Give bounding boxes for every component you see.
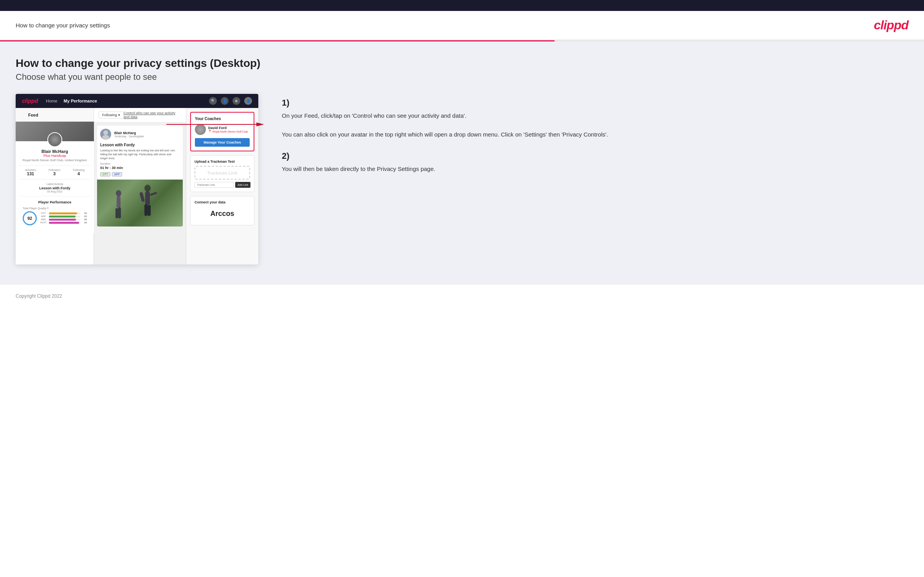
arccos-logo: Arccos <box>195 207 250 221</box>
app-screenshot: clippd Home My Performance 🔍 👤 ⊕ 👤 <box>16 94 258 264</box>
following-button[interactable]: Following ▾ <box>99 111 124 119</box>
profile-info: Blair McHarg Plus Handicap Royal North D… <box>16 141 94 233</box>
header: How to change your privacy settings clip… <box>0 11 924 40</box>
post-author-info: Blair McHarg Yesterday · Sunningdale <box>114 131 144 138</box>
profile-handicap: Plus Handicap <box>19 154 91 158</box>
main-content: How to change your privacy settings (Des… <box>0 41 924 284</box>
tag-app: APP <box>112 172 122 176</box>
instruction-1-text: On your Feed, click/tap on 'Control who … <box>282 111 908 139</box>
trackman-placeholder: Trackman Link <box>195 166 250 180</box>
feed-area: Following ▾ Control who can see your act… <box>94 108 186 264</box>
trackman-section: Upload a Trackman Test Trackman Link Add… <box>190 155 254 192</box>
feed-header: Following ▾ Control who can see your act… <box>94 108 186 122</box>
trackman-input-row: Add Link <box>195 182 250 188</box>
trackman-title: Upload a Trackman Test <box>195 160 250 164</box>
tag-ott: OTT <box>100 172 110 176</box>
instruction-2: 2) You will then be taken directly to th… <box>282 151 908 174</box>
post-title: Lesson with Fordy <box>97 143 183 149</box>
instruction-2-text: You will then be taken directly to the P… <box>282 164 908 174</box>
avatar-icon[interactable]: 👤 <box>244 97 252 105</box>
trackman-input[interactable] <box>195 182 234 188</box>
app-right-sidebar: Your Coaches David Ford 📍 Royal North De… <box>186 108 258 264</box>
svg-rect-7 <box>148 205 151 216</box>
instruction-1-number: 1) <box>282 98 908 108</box>
content-area: clippd Home My Performance 🔍 👤 ⊕ 👤 <box>16 94 908 264</box>
svg-rect-5 <box>150 192 157 196</box>
post-avatar <box>100 129 111 140</box>
bar-ott: OTT 90 <box>39 212 87 214</box>
app-nav-links: Home My Performance <box>46 99 201 103</box>
post-tags: OTT APP <box>97 172 183 180</box>
svg-point-8 <box>116 190 121 196</box>
header-title: How to change your privacy settings <box>16 22 110 29</box>
connect-title: Connect your data <box>195 200 250 204</box>
coaches-section: Your Coaches David Ford 📍 Royal North De… <box>190 112 254 151</box>
quality-score: 92 <box>23 211 37 225</box>
feed-tab[interactable]: Feed <box>22 110 45 120</box>
svg-rect-4 <box>139 192 145 202</box>
stat-following: Following 4 <box>73 169 85 176</box>
app-screenshot-wrapper: clippd Home My Performance 🔍 👤 ⊕ 👤 <box>16 94 258 264</box>
location-icon: 📍 <box>208 130 212 133</box>
quality-label: Total Player Quality ℹ <box>23 207 87 210</box>
performance-card: Player Performance Total Player Quality … <box>19 196 91 229</box>
search-icon[interactable]: 🔍 <box>209 97 217 105</box>
app-logo: clippd <box>22 98 38 104</box>
app-navbar: clippd Home My Performance 🔍 👤 ⊕ 👤 <box>16 94 258 108</box>
post-description: Looking to feel like my hands are exitin… <box>97 149 183 162</box>
chevron-down-icon: ▾ <box>118 113 120 117</box>
app-body: Feed Blair McHarg Plus Handica <box>16 108 258 264</box>
coaches-title: Your Coaches <box>195 117 250 121</box>
post-header: Blair McHarg Yesterday · Sunningdale <box>97 126 183 143</box>
svg-rect-9 <box>117 196 121 208</box>
stat-followers: Followers 3 <box>49 169 60 176</box>
page-heading: How to change your privacy settings (Des… <box>16 57 908 82</box>
performance-bars: OTT 90 APP 85 <box>39 212 87 225</box>
footer-text: Copyright Clippd 2022 <box>16 293 62 299</box>
user-icon[interactable]: 👤 <box>221 97 229 105</box>
stat-activities: Activities 131 <box>25 169 36 176</box>
nav-my-performance[interactable]: My Performance <box>64 99 97 103</box>
bar-arg: ARG 86 <box>39 218 87 221</box>
control-privacy-link[interactable]: Control who can see your activity and da… <box>124 111 181 119</box>
page-subtitle: Choose what you want people to see <box>16 72 908 82</box>
instructions-panel: 1) On your Feed, click/tap on 'Control w… <box>274 94 908 185</box>
top-bar <box>0 0 924 11</box>
profile-club: Royal North Devon Golf Club, United King… <box>19 158 91 162</box>
coach-row: David Ford 📍 Royal North Devon Golf Club <box>195 124 250 135</box>
manage-coaches-button[interactable]: Manage Your Coaches <box>195 138 250 147</box>
clippd-logo: clippd <box>874 18 908 32</box>
app-sidebar: Feed <box>16 108 94 122</box>
app-nav-icons: 🔍 👤 ⊕ 👤 <box>209 97 252 105</box>
post-image <box>97 180 183 226</box>
info-icon: ℹ <box>47 207 49 210</box>
add-link-button[interactable]: Add Link <box>235 182 250 188</box>
svg-rect-3 <box>145 191 150 205</box>
bar-app: APP 85 <box>39 215 87 217</box>
svg-point-2 <box>144 185 151 192</box>
post-card: Blair McHarg Yesterday · Sunningdale Les… <box>97 126 183 226</box>
plus-icon[interactable]: ⊕ <box>232 97 240 105</box>
profile-name: Blair McHarg <box>19 149 91 154</box>
profile-card: Blair McHarg Plus Handicap Royal North D… <box>16 122 94 233</box>
profile-banner <box>16 122 94 141</box>
nav-home[interactable]: Home <box>46 99 57 103</box>
svg-rect-6 <box>144 204 148 216</box>
instruction-1: 1) On your Feed, click/tap on 'Control w… <box>282 98 908 139</box>
post-duration: Duration 01 hr : 30 min <box>97 162 183 172</box>
profile-stats: Activities 131 Followers 3 Following <box>19 165 91 176</box>
bar-putt: PUTT 96 <box>39 221 87 224</box>
svg-point-0 <box>103 130 108 135</box>
svg-rect-10 <box>118 207 121 218</box>
coach-info: David Ford 📍 Royal North Devon Golf Club <box>208 126 248 133</box>
footer: Copyright Clippd 2022 <box>0 284 924 307</box>
coach-avatar <box>195 124 206 135</box>
coach-club: 📍 Royal North Devon Golf Club <box>208 130 248 133</box>
latest-activity: Latest Activity Lesson with Fordy 03 Aug… <box>19 179 91 196</box>
connect-data-section: Connect your data Arccos <box>190 196 254 225</box>
svg-point-1 <box>102 135 109 140</box>
svg-rect-11 <box>115 208 118 218</box>
instruction-2-number: 2) <box>282 151 908 161</box>
profile-avatar <box>47 132 62 147</box>
performance-row: 92 OTT 90 APP <box>23 211 87 225</box>
